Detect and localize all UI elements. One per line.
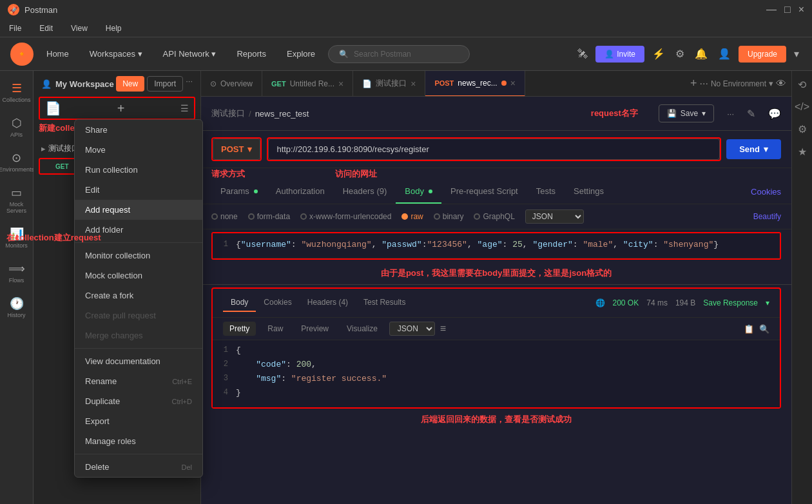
explore-nav[interactable]: Explore <box>279 45 323 63</box>
right-icon-settings[interactable]: ⚙ <box>795 121 809 138</box>
sidebar-item-collections[interactable]: ☰ Collections <box>1 76 32 108</box>
window-controls[interactable]: — □ × <box>766 4 804 15</box>
tab-test-interface[interactable]: 📄 测试接口 × <box>353 71 425 97</box>
search-response-icon[interactable]: 🔍 <box>759 324 769 334</box>
body-urlencoded-option[interactable]: x-www-form-urlencoded <box>300 212 391 221</box>
body-form-data-option[interactable]: form-data <box>248 212 290 221</box>
right-icon-star[interactable]: ★ <box>795 143 809 160</box>
git-icon[interactable]: ⚡ <box>650 45 668 63</box>
beautify-button[interactable]: Beautify <box>753 212 781 221</box>
sidebar-item-mock-servers[interactable]: ▭ Mock Servers <box>1 180 32 219</box>
resp-tab-test-results[interactable]: Test Results <box>356 294 413 312</box>
req-tab-authorization[interactable]: Authorization <box>267 180 334 204</box>
body-raw-option[interactable]: raw <box>401 212 423 221</box>
menu-help[interactable]: Help <box>102 21 126 35</box>
body-none-option[interactable]: none <box>211 212 238 221</box>
context-menu-edit[interactable]: Edit <box>75 180 202 200</box>
code-editor[interactable]: 1 {"username": "wuzhongqiang", "passwd":… <box>213 233 780 258</box>
chevron-down-icon[interactable]: ▾ <box>791 45 802 63</box>
import-button[interactable]: Import <box>147 76 183 92</box>
sidebar-item-apis[interactable]: ⬡ APIs <box>1 111 32 143</box>
send-button[interactable]: Send ▾ <box>726 139 781 159</box>
home-button[interactable]: 🔸 <box>10 43 34 66</box>
context-menu-manage-roles[interactable]: Manage roles <box>75 431 202 451</box>
menu-edit[interactable]: Edit <box>35 21 57 35</box>
tab-news-rec[interactable]: POST news_rec... × <box>425 71 525 97</box>
resp-tab-body[interactable]: Body <box>223 294 256 312</box>
sidebar-item-history[interactable]: 🕐 History <box>1 291 32 324</box>
context-menu-share[interactable]: Share <box>75 120 202 140</box>
new-button[interactable]: New <box>116 76 144 92</box>
bell-icon[interactable]: 🔔 <box>692 45 710 63</box>
tab-close-icon2[interactable]: × <box>411 79 416 89</box>
upgrade-button[interactable]: Upgrade <box>739 46 786 63</box>
maximize-btn[interactable]: □ <box>784 4 791 15</box>
req-tab-settings[interactable]: Settings <box>565 180 613 204</box>
environment-chevron-icon[interactable]: ▾ <box>769 79 773 88</box>
url-input[interactable] <box>268 139 720 160</box>
tab-close-news-rec[interactable]: × <box>510 78 516 88</box>
context-menu-mock-collection[interactable]: Mock collection <box>75 266 202 286</box>
plus-icon[interactable]: + <box>117 101 125 116</box>
body-graphql-option[interactable]: GraphQL <box>474 212 514 221</box>
context-menu-duplicate[interactable]: Duplicate Ctrl+D <box>75 391 202 411</box>
menu-view[interactable]: View <box>67 21 92 35</box>
align-left-icon[interactable]: ≡ <box>440 323 446 334</box>
tab-close-icon[interactable]: × <box>338 79 343 89</box>
method-select[interactable]: POST ▾ <box>213 139 260 160</box>
sidebar-item-environments[interactable]: ⊙ Environments <box>1 146 32 178</box>
search-bar[interactable]: 🔍 Search Postman <box>328 45 470 63</box>
req-tab-headers[interactable]: Headers (9) <box>334 180 396 204</box>
menu-file[interactable]: File <box>5 21 25 35</box>
req-tab-body[interactable]: Body <box>396 180 441 204</box>
resp-opt-preview[interactable]: Preview <box>295 322 335 336</box>
context-menu-monitor-collection[interactable]: Monitor collection <box>75 246 202 266</box>
close-btn[interactable]: × <box>798 4 804 15</box>
minimize-btn[interactable]: — <box>766 4 777 15</box>
context-menu-export[interactable]: Export <box>75 411 202 431</box>
workspaces-nav[interactable]: Workspaces ▾ <box>82 45 150 63</box>
context-menu-delete[interactable]: Delete Del <box>75 457 202 477</box>
add-tab-icon[interactable]: + <box>690 77 697 90</box>
more-icon[interactable]: ··· <box>186 76 193 92</box>
req-tab-pre-request[interactable]: Pre-request Script <box>441 180 527 204</box>
context-menu-add-request[interactable]: Add request <box>75 200 202 220</box>
cookies-link[interactable]: Cookies <box>751 187 781 197</box>
api-network-nav[interactable]: API Network ▾ <box>155 45 224 63</box>
eye-icon[interactable]: 👁 <box>776 78 786 90</box>
home-nav[interactable]: Home <box>39 45 77 63</box>
settings-icon[interactable]: ⚙ <box>673 45 687 63</box>
resp-opt-pretty[interactable]: Pretty <box>223 322 256 336</box>
save-button[interactable]: 💾 Save ▾ <box>659 104 714 122</box>
sidebar-item-flows[interactable]: ⟹ Flows <box>1 257 32 289</box>
resp-opt-raw[interactable]: Raw <box>261 322 289 336</box>
resp-json-select[interactable]: JSON <box>389 322 435 336</box>
resp-tab-headers[interactable]: Headers (4) <box>300 294 356 312</box>
body-binary-option[interactable]: binary <box>434 212 464 221</box>
satellite-icon[interactable]: 🛰 <box>575 46 590 63</box>
save-response-chevron-icon[interactable]: ▾ <box>766 298 769 307</box>
tabs-more-icon[interactable]: ··· <box>700 78 708 90</box>
right-icon-1[interactable]: ⟲ <box>795 76 809 93</box>
save-response-button[interactable]: Save Response <box>703 298 758 307</box>
context-menu-run-collection[interactable]: Run collection <box>75 160 202 180</box>
req-tab-tests[interactable]: Tests <box>527 180 565 204</box>
right-icon-code[interactable]: </> <box>792 99 812 115</box>
resp-tab-cookies[interactable]: Cookies <box>256 294 299 312</box>
tab-overview[interactable]: ⊙ Overview <box>201 71 262 97</box>
avatar-icon[interactable]: 👤 <box>715 45 733 63</box>
tab-untitled-re[interactable]: GET Untitled Re... × <box>262 71 353 97</box>
req-tab-params[interactable]: Params <box>211 180 267 204</box>
invite-button[interactable]: 👤 Invite <box>595 46 644 63</box>
context-menu-view-documentation[interactable]: View documentation <box>75 351 202 371</box>
resp-opt-visualize[interactable]: Visualize <box>340 322 384 336</box>
json-format-select[interactable]: JSON Text JavaScript HTML XML <box>525 209 584 224</box>
comment-icon[interactable]: 💬 <box>768 108 781 120</box>
reports-nav[interactable]: Reports <box>229 45 274 63</box>
context-menu-create-fork[interactable]: Create a fork <box>75 286 202 305</box>
copy-icon[interactable]: 📋 <box>744 324 754 334</box>
context-menu-rename[interactable]: Rename Ctrl+E <box>75 371 202 391</box>
edit-icon[interactable]: ✎ <box>747 108 755 120</box>
request-more-icon[interactable]: ··· <box>727 109 734 119</box>
context-menu-move[interactable]: Move <box>75 140 202 160</box>
